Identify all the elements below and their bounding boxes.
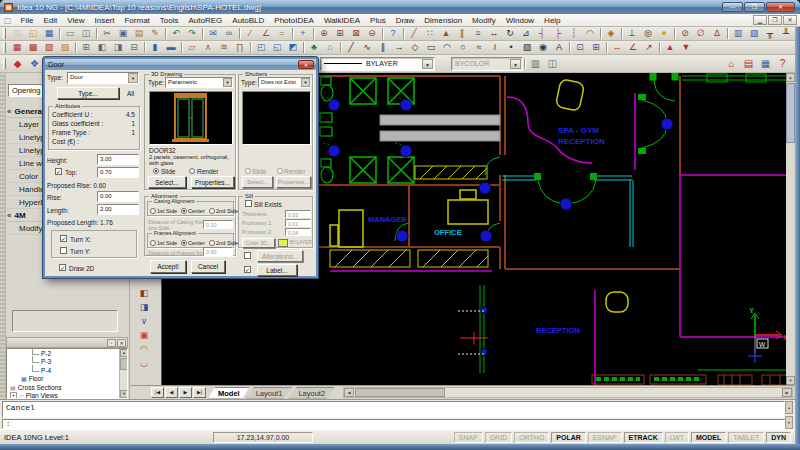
shutters-slide-radio[interactable] (245, 168, 251, 174)
spin-up-icon[interactable]: ▴ (785, 401, 793, 414)
shutters-properties-button[interactable]: Properties... (276, 176, 311, 188)
arc-icon[interactable]: ◠ (440, 41, 454, 54)
frames-distance-field[interactable]: 0.50 (203, 247, 233, 256)
hatch-icon[interactable]: ▨ (520, 41, 534, 54)
toggle-lwt[interactable]: LWT (665, 432, 689, 443)
column-icon[interactable]: ▮ (148, 41, 162, 54)
alterations-button[interactable]: Alterations... (257, 250, 303, 262)
command-history[interactable]: Cancel (2, 401, 785, 418)
label-checkbox[interactable]: ✓ (244, 266, 251, 273)
rectangle-icon[interactable]: ▭ (424, 41, 438, 54)
toggle-model[interactable]: MODEL (691, 432, 726, 443)
chevron-down-icon[interactable]: ▼ (422, 59, 433, 69)
undo-icon[interactable]: ↶ (169, 27, 183, 40)
tab-last-button[interactable]: ▶| (193, 387, 206, 398)
tab-model[interactable]: Model (208, 387, 250, 399)
sill-exists-checkbox[interactable] (245, 200, 252, 207)
tab-layout1[interactable]: Layout1 (246, 387, 293, 399)
sill-thickness-field[interactable]: 0.03 (285, 210, 311, 218)
tab-first-button[interactable]: |◀ (151, 387, 164, 398)
spin-down-icon[interactable]: ▾ (785, 416, 793, 429)
toggle-esnap[interactable]: ESNAP (588, 432, 622, 443)
match-properties-icon[interactable]: ✎ (148, 27, 162, 40)
toggle-grid[interactable]: GRID (485, 432, 513, 443)
properties-button[interactable]: Properties... (191, 176, 234, 188)
level-down-icon[interactable]: ▼ (679, 41, 693, 54)
idea-building-icon[interactable]: ⌂ (724, 56, 739, 71)
print-icon[interactable]: ▭ (63, 27, 77, 40)
grid-h-icon[interactable]: ╥ (763, 27, 777, 40)
top-field[interactable]: 0.70 (97, 167, 139, 178)
vt-window-icon[interactable]: ◨ (137, 301, 151, 314)
zoom-previous-icon[interactable]: ⊖ (365, 27, 379, 40)
hide-objects-icon[interactable]: ∅ (694, 27, 708, 40)
fillet-icon[interactable]: ◠ (583, 27, 597, 40)
print-preview-icon[interactable]: ◫ (79, 27, 93, 40)
tree-item-cross-sections[interactable]: ▤Cross Sections (7, 383, 127, 392)
leader-icon[interactable]: ↗ (642, 41, 656, 54)
named-views-icon[interactable]: ◎ (641, 27, 655, 40)
opening-edit-icon[interactable]: ⊟ (127, 41, 141, 54)
toolbar-grip[interactable] (3, 42, 6, 53)
shutters-render-radio[interactable] (277, 168, 283, 174)
canvas-hscrollbar[interactable]: ◀ ▶ (343, 387, 793, 398)
block-library-icon[interactable]: ⌂ (323, 41, 337, 54)
point-icon[interactable]: • (504, 41, 518, 54)
toggle-dyn[interactable]: DYN (766, 432, 791, 443)
drawing-3d-type-combo[interactable]: Parametric▼ (165, 77, 233, 88)
canvas-vscrollbar[interactable]: ▲ ▼ (786, 73, 795, 385)
idea-help-icon[interactable]: ? (775, 56, 790, 71)
menu-insert[interactable]: Insert (89, 16, 119, 25)
tree-item-p-4[interactable]: P-4 (7, 366, 127, 375)
tree-panel-header[interactable]: ▫✕ (6, 337, 128, 348)
menu-autoreg[interactable]: AutoREG (184, 16, 228, 25)
alterations-checkbox[interactable] (244, 252, 251, 259)
idea-floor-icon[interactable]: ▤ (741, 56, 756, 71)
etransmit-icon[interactable]: ✉ (206, 27, 220, 40)
wall-edit-icon[interactable]: ▧ (42, 41, 56, 54)
menu-edit[interactable]: Edit (38, 16, 62, 25)
menu-restore-button[interactable]: ❐ (768, 15, 782, 25)
scale-icon[interactable]: ⊿ (519, 27, 533, 40)
redo-icon[interactable]: ↷ (185, 27, 199, 40)
printstyle-combo[interactable]: BYCOLOR ▼ (451, 57, 523, 71)
menu-file[interactable]: File (16, 16, 39, 25)
minimize-button[interactable]: — (722, 2, 743, 12)
pan-icon[interactable]: + (296, 27, 310, 40)
grid-v-icon[interactable]: ╨ (779, 27, 793, 40)
scroll-left-icon[interactable]: ◀ (344, 388, 354, 397)
door-icon[interactable]: ◧ (95, 41, 109, 54)
command-input[interactable]: : (2, 419, 785, 429)
explode-icon[interactable]: ◈ (604, 27, 618, 40)
railing-icon[interactable]: ∏ (233, 41, 247, 54)
length-field[interactable]: 2.00 (97, 204, 139, 215)
toolbar-grip[interactable] (3, 28, 6, 39)
slab-icon[interactable]: ▱ (185, 41, 199, 54)
offset-icon[interactable]: ∥ (455, 27, 469, 40)
revcloud-icon[interactable]: ≈ (472, 41, 486, 54)
vt-arch-icon[interactable]: ◠ (137, 343, 151, 356)
toggle-tablet[interactable]: TABLET (728, 432, 764, 443)
toggle-snap[interactable]: SNAP (454, 432, 483, 443)
menu-dimension[interactable]: Dimension (419, 16, 467, 25)
plot-style-icon[interactable]: ▥ (528, 56, 543, 71)
move-icon[interactable]: ↔ (487, 27, 501, 40)
trim-icon[interactable]: ┤ (535, 27, 549, 40)
tree-expander-icon[interactable]: + (10, 392, 17, 399)
angle-icon[interactable]: ∆ (710, 27, 724, 40)
tree-item-p-3[interactable]: P-3 (7, 358, 127, 367)
copy-object-icon[interactable]: ∷ (423, 27, 437, 40)
scroll-up-icon[interactable]: ▲ (120, 349, 128, 357)
paste-icon[interactable]: ▤ (132, 27, 146, 40)
shade-icon[interactable]: ◩ (286, 41, 300, 54)
color-3d-button[interactable]: Color 3D... (242, 238, 275, 248)
casing-distance-field[interactable]: 0.10 (203, 220, 233, 229)
color-swatch[interactable] (278, 239, 288, 247)
linetype-combo[interactable]: BYLAYER ▼ (320, 57, 435, 71)
tab-prev-button[interactable]: ◀ (165, 387, 178, 398)
menu-view[interactable]: View (62, 16, 89, 25)
slide-radio[interactable] (153, 168, 159, 174)
plot-preview-icon[interactable]: ◫ (545, 56, 560, 71)
wall-double-icon[interactable]: ▩ (26, 41, 40, 54)
turn-y-checkbox[interactable] (60, 247, 67, 254)
